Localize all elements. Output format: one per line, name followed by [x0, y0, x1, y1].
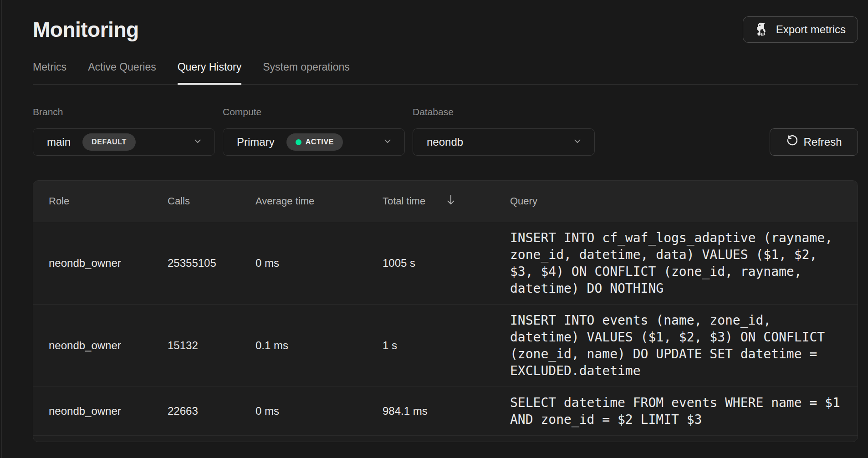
- branch-filter: Branch main DEFAULT: [33, 107, 215, 156]
- role-cell: neondb_owner: [49, 339, 168, 352]
- total-time-cell: 984.1 ms: [383, 405, 510, 417]
- monitoring-page: Monitoring Export metrics Metrics Active…: [0, 16, 868, 442]
- average-time-cell: 0 ms: [255, 405, 383, 417]
- column-header-total-time[interactable]: Total time: [383, 194, 510, 209]
- default-badge: DEFAULT: [82, 133, 136, 151]
- database-label: Database: [413, 107, 595, 117]
- table-row[interactable]: neondb_owner 15132 0.1 ms 1 s INSERT INT…: [33, 304, 858, 387]
- column-header-query[interactable]: Query: [510, 195, 841, 207]
- export-metrics-label: Export metrics: [776, 23, 846, 36]
- active-status-dot: [296, 139, 301, 145]
- query-cell: INSERT INTO events (name, zone_id, datet…: [510, 305, 841, 387]
- table-header-row: Role Calls Average time Total time Query: [33, 181, 858, 222]
- query-history-table: Role Calls Average time Total time Query…: [33, 180, 858, 442]
- column-header-role[interactable]: Role: [49, 195, 168, 207]
- arrow-down-icon: [445, 194, 456, 209]
- panel-left-border: [0, 0, 2, 458]
- table-row-partial[interactable]: [33, 435, 858, 442]
- refresh-icon: [786, 135, 797, 149]
- filters-row: Branch main DEFAULT Compute Primary ACTI…: [33, 107, 858, 156]
- tab-system-operations[interactable]: System operations: [263, 61, 349, 84]
- table-row[interactable]: neondb_owner 25355105 0 ms 1005 s INSERT…: [33, 222, 858, 304]
- active-badge-label: ACTIVE: [306, 138, 334, 146]
- datadog-icon: [755, 22, 771, 37]
- calls-cell: 15132: [168, 339, 255, 352]
- tab-metrics[interactable]: Metrics: [33, 61, 66, 84]
- chevron-down-icon: [193, 136, 203, 148]
- compute-filter: Compute Primary ACTIVE: [223, 107, 405, 156]
- table-row[interactable]: neondb_owner 22663 0 ms 984.1 ms SELECT …: [33, 387, 858, 435]
- tab-query-history[interactable]: Query History: [178, 61, 242, 84]
- calls-cell: 22663: [168, 405, 255, 417]
- query-cell: SELECT datetime FROM events WHERE name =…: [510, 387, 841, 435]
- total-time-label: Total time: [383, 195, 425, 207]
- column-header-average-time[interactable]: Average time: [255, 195, 383, 207]
- role-cell: neondb_owner: [49, 405, 168, 417]
- branch-value: main: [47, 136, 71, 148]
- page-title: Monitoring: [33, 17, 139, 42]
- active-badge: ACTIVE: [286, 133, 343, 151]
- chevron-down-icon: [572, 136, 582, 148]
- chevron-down-icon: [383, 136, 393, 148]
- compute-value: Primary: [237, 136, 275, 148]
- branch-select[interactable]: main DEFAULT: [33, 128, 215, 156]
- database-filter: Database neondb: [413, 107, 595, 156]
- average-time-cell: 0 ms: [255, 257, 383, 270]
- total-time-cell: 1005 s: [383, 257, 510, 270]
- column-header-calls[interactable]: Calls: [168, 195, 255, 207]
- compute-label: Compute: [223, 107, 405, 117]
- role-cell: neondb_owner: [49, 257, 168, 270]
- tab-active-queries[interactable]: Active Queries: [88, 61, 156, 84]
- monitoring-tabs: Metrics Active Queries Query History Sys…: [33, 61, 858, 85]
- total-time-cell: 1 s: [383, 339, 510, 352]
- query-cell: INSERT INTO cf_waf_logs_adaptive (raynam…: [510, 222, 841, 304]
- refresh-button[interactable]: Refresh: [770, 128, 858, 156]
- average-time-cell: 0.1 ms: [255, 339, 383, 352]
- export-metrics-button[interactable]: Export metrics: [743, 16, 858, 43]
- compute-select[interactable]: Primary ACTIVE: [223, 128, 405, 156]
- calls-cell: 25355105: [168, 257, 255, 270]
- database-value: neondb: [427, 136, 463, 148]
- refresh-label: Refresh: [803, 136, 842, 148]
- branch-label: Branch: [33, 107, 215, 117]
- page-header: Monitoring Export metrics: [33, 16, 858, 43]
- database-select[interactable]: neondb: [413, 128, 595, 156]
